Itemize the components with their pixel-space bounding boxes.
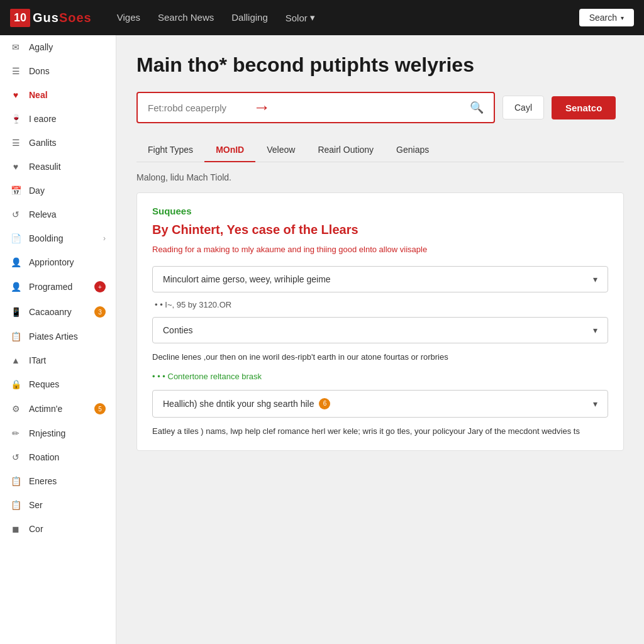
sidebar-label-roation: Roation	[29, 452, 59, 462]
sidebar-item-ieaore[interactable]: 🍷 I eaore	[0, 107, 116, 131]
dropdown3-badge: 6	[319, 398, 330, 409]
header: 10 GusSoes Viges Search News Dalliging S…	[0, 0, 644, 35]
tab-reairl[interactable]: Reairl Outiony	[306, 138, 385, 162]
sidebar-item-programed[interactable]: 👤 Programed +	[0, 274, 116, 299]
sidebar-item-cacaoanry[interactable]: 📱 Cacaoanry 3	[0, 299, 116, 325]
cancel-button[interactable]: Cayl	[502, 96, 544, 119]
dropdown3-label: Heallich) she dntik your shg searth hile	[163, 399, 314, 409]
small-text: • • I~, 95 by 3120.OR	[152, 300, 608, 309]
sidebar-item-reasulit[interactable]: ♥ Reasulit	[0, 155, 116, 179]
menu-icon: ☰	[10, 138, 21, 148]
rotate-icon: ↺	[10, 452, 21, 462]
tab-monid[interactable]: MOnID	[204, 138, 255, 162]
triangle-icon: ▲	[10, 355, 21, 365]
nav-viges[interactable]: Viges	[117, 12, 140, 23]
mail-icon: ✉	[10, 42, 21, 52]
sidebar-item-cor[interactable]: ◼ Cor	[0, 517, 116, 541]
sidebar-item-ganlits[interactable]: ☰ Ganlits	[0, 131, 116, 155]
sidebar-label-neal: Neal	[29, 90, 48, 100]
sidebar-label-cacaoanry: Cacaoanry	[29, 307, 72, 317]
calendar-icon: 📅	[10, 186, 21, 196]
dropdown1[interactable]: Minculort aime gerso, weey, wrihiple gei…	[152, 266, 608, 292]
sidebar-label-rnjesting: Rnjesting	[29, 428, 65, 438]
sidebar-label-reasulit: Reasulit	[29, 162, 61, 172]
sidebar-item-piates[interactable]: 📋 Piates Arties	[0, 325, 116, 348]
chevron-down-icon: ▾	[310, 12, 315, 23]
sidebar-item-reques[interactable]: 🔒 Reques	[0, 372, 116, 396]
sidebar-label-cor: Cor	[29, 524, 43, 534]
list-icon: ☰	[10, 66, 21, 76]
green-link[interactable]: • • • Contertone reltance brask	[152, 372, 608, 381]
sidebar: ✉ Agally ☰ Dons ♥ Neal 🍷 I eaore ☰ Ganli…	[0, 35, 116, 644]
subtitle: Malong, lidu Mach Tiold.	[136, 172, 624, 182]
dropdown1-arrow-icon: ▾	[593, 274, 597, 284]
sidebar-item-boolding[interactable]: 📄 Boolding ›	[0, 226, 116, 250]
sidebar-item-agally[interactable]: ✉ Agally	[0, 35, 116, 59]
logo[interactable]: 10 GusSoes	[10, 9, 92, 27]
dropdown2-label: Conties	[163, 325, 192, 335]
card-description: Reading for a making to mly akaume and i…	[152, 243, 608, 256]
search-magnifier-icon: 🔍	[470, 101, 484, 114]
mobile-icon: 📱	[10, 307, 21, 317]
nav-solor[interactable]: Solor ▾	[286, 12, 315, 23]
pencil-icon: ✏	[10, 428, 21, 438]
logo-icon: 10	[10, 9, 30, 27]
sidebar-label-boolding: Boolding	[29, 233, 64, 243]
page-title: Main tho* becond putiphts welyries	[136, 53, 624, 77]
sidebar-item-releva[interactable]: ↺ Releva	[0, 203, 116, 226]
header-search-button[interactable]: Search ▾	[579, 9, 634, 26]
dropdown1-label: Minculort aime gerso, weey, wrihiple gei…	[163, 274, 331, 284]
dropdown3-arrow-icon: ▾	[593, 399, 597, 409]
sidebar-item-day[interactable]: 📅 Day	[0, 179, 116, 203]
search-container: → 🔍 Cayl Senatco	[136, 92, 624, 123]
chevron-right-icon: ›	[103, 234, 106, 243]
clipboard-icon: 📋	[10, 331, 21, 341]
sidebar-item-roation[interactable]: ↺ Roation	[0, 445, 116, 469]
tab-geniaps[interactable]: Geniaps	[385, 138, 440, 162]
sidebar-item-ser[interactable]: 📋 Ser	[0, 493, 116, 517]
heart-icon: ♥	[10, 90, 21, 100]
tab-veleow[interactable]: Veleow	[255, 138, 306, 162]
action-button[interactable]: Senatco	[552, 96, 616, 119]
tab-fight-types[interactable]: Fight Types	[136, 138, 204, 162]
sidebar-item-actimne[interactable]: ⚙ Actimn'e 5	[0, 396, 116, 421]
sidebar-item-appriontory[interactable]: 👤 Appriontory	[0, 250, 116, 274]
tabs: Fight Types MOnID Veleow Reairl Outiony …	[136, 138, 624, 162]
heart2-icon: ♥	[10, 162, 21, 172]
sidebar-label-actimne: Actimn'e	[29, 404, 62, 414]
sidebar-label-appriontory: Appriontory	[29, 257, 74, 267]
sidebar-item-eneres[interactable]: 📋 Eneres	[0, 469, 116, 493]
card-title: By Chintert, Yes case of the Llears	[152, 223, 608, 237]
sidebar-label-reques: Reques	[29, 379, 59, 389]
sidebar-item-dons[interactable]: ☰ Dons	[0, 59, 116, 83]
nav-search-news[interactable]: Search News	[158, 12, 214, 23]
person2-icon: 👤	[10, 282, 21, 292]
refresh-icon: ↺	[10, 209, 21, 219]
sidebar-label-day: Day	[29, 186, 45, 196]
sidebar-item-itart[interactable]: ▲ ITart	[0, 348, 116, 372]
actimne-badge: 5	[94, 403, 106, 414]
sidebar-label-eneres: Eneres	[29, 476, 57, 486]
sidebar-label-piates: Piates Arties	[29, 331, 78, 341]
sidebar-item-rnjesting[interactable]: ✏ Rnjesting	[0, 421, 116, 445]
nav-links: Viges Search News Dalliging Solor ▾	[117, 12, 564, 23]
body-text: Decline lenes ,our then on ine woril des…	[152, 351, 608, 364]
sidebar-item-neal[interactable]: ♥ Neal	[0, 83, 116, 107]
dropdown2[interactable]: Conties ▾	[152, 317, 608, 343]
nav-dalliging[interactable]: Dalliging	[231, 12, 268, 23]
document-icon: 📄	[10, 233, 21, 243]
lock-icon: 🔒	[10, 379, 21, 389]
search-dropdown-arrow-icon: ▾	[621, 14, 624, 21]
dropdown3[interactable]: Heallich) she dntik your shg searth hile…	[152, 390, 608, 418]
sidebar-label-ganlits: Ganlits	[29, 138, 57, 148]
programed-badge: +	[94, 281, 106, 292]
content-card: Suquees By Chintert, Yes case of the Lle…	[136, 192, 624, 451]
sidebar-label-releva: Releva	[29, 209, 57, 219]
dropdown2-arrow-icon: ▾	[593, 325, 597, 335]
search-input[interactable]	[148, 103, 470, 113]
sidebar-label-dons: Dons	[29, 66, 50, 76]
layout: ✉ Agally ☰ Dons ♥ Neal 🍷 I eaore ☰ Ganli…	[0, 35, 644, 644]
card-section-title: Suquees	[152, 206, 608, 216]
sidebar-label-programed: Programed	[29, 282, 72, 292]
search-box[interactable]: 🔍	[136, 92, 495, 123]
